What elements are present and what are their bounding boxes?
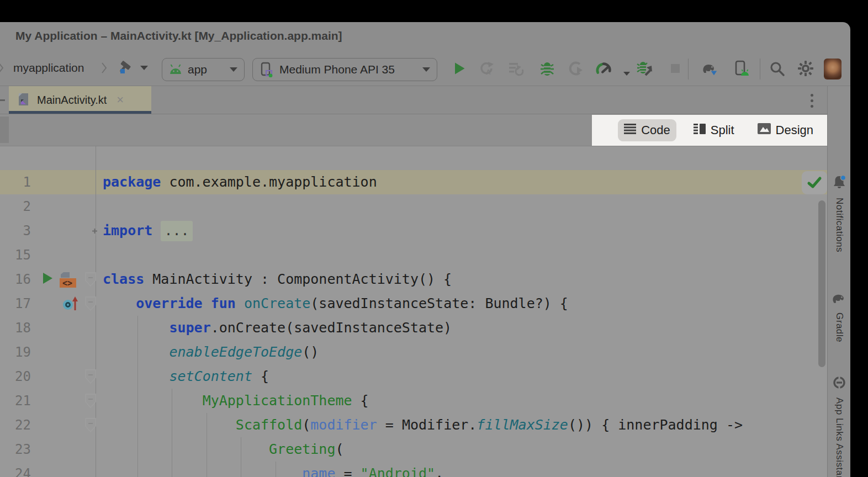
split-view-icon: [694, 123, 706, 137]
kotlin-file-icon: [17, 93, 30, 108]
stripe-item-gradle[interactable]: Gradle: [828, 292, 850, 342]
code-line[interactable]: 15: [0, 243, 827, 267]
editor-scrollbar[interactable]: [818, 200, 825, 367]
check-icon: [807, 176, 822, 189]
device-manager-icon[interactable]: [733, 60, 750, 77]
inspections-widget[interactable]: [802, 171, 827, 194]
module-selector[interactable]: app: [162, 58, 245, 81]
profile-c-icon[interactable]: [568, 60, 584, 77]
stop-icon[interactable]: [667, 60, 684, 77]
debug-bug-icon[interactable]: [539, 60, 555, 77]
code-line[interactable]: 20 setContent {: [0, 364, 827, 389]
code-text: Scaffold(modifier = Modifier.fillMaxSize…: [103, 413, 743, 437]
view-mode-label: Split: [711, 123, 734, 137]
stripe-item-app-links-assistant[interactable]: App Links Assistant: [828, 375, 850, 477]
fold-collapse-icon[interactable]: [84, 272, 97, 289]
gradle-elephant-icon: [831, 292, 848, 307]
tab-strip-dash-icon: [0, 99, 5, 101]
code-token: ,: [435, 465, 443, 477]
code-text: import ...: [103, 219, 193, 243]
line-number[interactable]: 19: [0, 340, 31, 364]
code-token: [103, 441, 269, 457]
run-icon[interactable]: [451, 60, 467, 77]
attach-debugger-bug-icon[interactable]: [636, 60, 653, 77]
caret-down-icon[interactable]: [618, 65, 635, 82]
tab-mainactivity[interactable]: MainActivity.kt ×: [9, 86, 151, 114]
fold-collapse-icon[interactable]: [84, 417, 97, 435]
design-image-icon: [758, 123, 771, 137]
code-token: Scaffold: [236, 417, 302, 433]
line-number[interactable]: 24: [0, 462, 31, 477]
right-tool-window-stripe: NotificationsGradleApp Links Assistant: [827, 86, 850, 477]
line-number[interactable]: 15: [0, 243, 31, 267]
fold-collapse-icon[interactable]: [84, 296, 97, 314]
module-selector-label: app: [188, 63, 207, 76]
code-text: super.onCreate(savedInstanceState): [103, 316, 452, 340]
line-number[interactable]: 22: [0, 413, 31, 437]
bell-icon: [832, 174, 847, 192]
link-icon: [832, 375, 847, 392]
code-editor[interactable]: 1package com.example.myapplication23impo…: [0, 146, 827, 477]
user-avatar[interactable]: [824, 59, 841, 80]
search-icon[interactable]: [769, 60, 785, 77]
code-line[interactable]: 24 name = "Android",: [0, 462, 827, 477]
gear-icon[interactable]: [797, 60, 814, 77]
code-token: [103, 465, 302, 477]
line-number[interactable]: 20: [0, 364, 31, 389]
kebab-menu-icon[interactable]: [806, 91, 817, 110]
line-number[interactable]: 17: [0, 292, 31, 316]
editor-tab-bar: MainActivity.kt ×: [0, 86, 850, 114]
code-line[interactable]: 17 override fun onCreate(savedInstanceSt…: [0, 292, 827, 316]
run-gutter-icon[interactable]: [41, 271, 54, 288]
code-line[interactable]: 23 Greeting(: [0, 437, 827, 462]
stripe-item-notifications[interactable]: Notifications: [828, 174, 850, 252]
apply-changes-icon[interactable]: A: [478, 60, 495, 77]
gradle-sync-icon[interactable]: [701, 60, 718, 77]
device-selector-label: Medium Phone API 35: [279, 63, 395, 76]
code-token: ...: [161, 221, 192, 241]
line-number[interactable]: 21: [0, 389, 31, 413]
line-number[interactable]: 2: [0, 194, 31, 219]
tab-close-icon[interactable]: ×: [117, 94, 124, 105]
code-line[interactable]: 16<>class MainActivity : ComponentActivi…: [0, 267, 827, 292]
code-line[interactable]: 3import ...: [0, 219, 827, 243]
code-text: override fun onCreate(savedInstanceState…: [103, 292, 568, 316]
compose-preview-icon[interactable]: <>: [56, 271, 77, 291]
code-token: package: [103, 174, 161, 190]
profiler-gauge-icon[interactable]: [595, 60, 612, 77]
code-line[interactable]: 19 enableEdgeToEdge(): [0, 340, 827, 364]
code-token: ()) { innerPadding ->: [568, 417, 743, 433]
stripe-item-label: Notifications: [834, 198, 845, 252]
code-line[interactable]: 2: [0, 194, 827, 219]
line-number[interactable]: 3: [0, 219, 31, 243]
build-dropdown-caret-icon[interactable]: [140, 66, 148, 70]
build-hammer-icon[interactable]: [117, 59, 134, 76]
device-selector[interactable]: Medium Phone API 35: [252, 58, 437, 81]
code-line[interactable]: 21 MyApplicationTheme {: [0, 389, 827, 413]
view-mode-design[interactable]: Design: [751, 119, 819, 141]
view-mode-split[interactable]: Split: [687, 119, 740, 141]
view-mode-label: Code: [641, 123, 670, 137]
breadcrumb[interactable]: myapplication: [13, 50, 84, 86]
code-line[interactable]: 18 super.onCreate(savedInstanceState): [0, 316, 827, 340]
code-line[interactable]: 1package com.example.myapplication: [0, 170, 827, 194]
code-token: MyApplicationTheme: [203, 393, 352, 409]
code-text: package com.example.myapplication: [103, 170, 377, 194]
fold-expand-icon[interactable]: [89, 226, 100, 239]
code-token: super: [169, 320, 210, 336]
line-number[interactable]: 23: [0, 437, 31, 462]
fold-collapse-icon[interactable]: [84, 369, 97, 386]
view-mode-code[interactable]: Code: [618, 119, 676, 141]
view-mode-label: Design: [776, 123, 813, 137]
code-line[interactable]: 22 Scaffold(modifier = Modifier.fillMaxS…: [0, 413, 827, 437]
fold-collapse-icon[interactable]: [84, 393, 97, 411]
line-number[interactable]: 16: [0, 267, 31, 292]
code-token: (savedInstanceState: Bundle?) {: [310, 295, 568, 311]
breadcrumb-chevron-icon: [100, 62, 107, 74]
override-indicator-icon[interactable]: [61, 295, 81, 314]
line-number[interactable]: 1: [0, 170, 31, 194]
apply-code-changes-icon[interactable]: [508, 60, 525, 77]
code-token: (): [302, 344, 319, 360]
line-number[interactable]: 18: [0, 316, 31, 340]
code-token: modifier: [310, 417, 377, 433]
